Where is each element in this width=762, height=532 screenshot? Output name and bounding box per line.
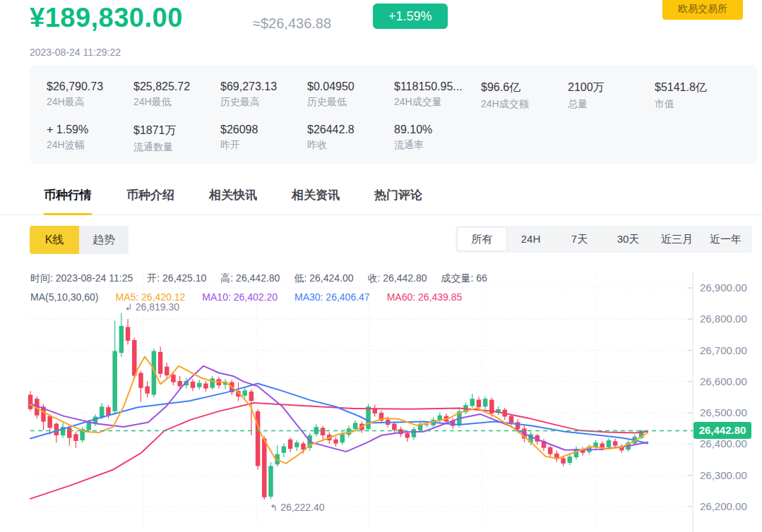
stat-label: 24H成交量 [394, 96, 481, 109]
stat-label: 历史最低 [307, 96, 394, 109]
y-tick-label: 26,700.00 [700, 344, 747, 356]
range-1[interactable]: 24H [506, 228, 555, 250]
stat-item: $25,825.72 24H最低 [133, 80, 220, 111]
quote-timestamp: 2023-08-24 11:29:22 [30, 47, 121, 58]
high-annotation: ↲26,819.30 [125, 301, 179, 313]
stat-value: $118150.95... [394, 80, 481, 93]
stat-value: + 1.59% [47, 123, 133, 136]
stat-item: + 1.59% 24H波幅 [47, 123, 133, 154]
stat-item: $0.04950 历史最低 [307, 80, 394, 111]
tab-2[interactable]: 相关快讯 [209, 178, 257, 215]
high-marker-icon: ↲ [125, 302, 133, 313]
stat-item: $26098 昨开 [220, 123, 307, 154]
stat-value: $0.04950 [307, 80, 394, 93]
stat-label: 市值 [655, 98, 742, 111]
view-btn-1[interactable]: 趋势 [79, 226, 129, 254]
stat-label: 总量 [568, 98, 655, 111]
stat-label: 昨开 [220, 139, 307, 152]
stat-item: $5141.8亿 市值 [655, 80, 742, 111]
range-3[interactable]: 30天 [604, 228, 653, 250]
time-range-selector: 所有24H7天30天近三月近一年 [456, 226, 752, 253]
stat-item: 2100万 总量 [568, 80, 655, 111]
stat-value: $25,825.72 [133, 80, 220, 93]
y-tick-label: 26,900.00 [700, 282, 747, 294]
stat-item: $1871万 流通数量 [133, 123, 220, 154]
stat-label: 流通数量 [133, 141, 220, 154]
stat-label: 历史最高 [220, 96, 307, 109]
stat-label: 24H最低 [133, 96, 220, 109]
stat-value: $1871万 [133, 123, 220, 138]
range-0[interactable]: 所有 [458, 228, 506, 250]
stat-value: $26098 [220, 123, 307, 136]
coin-quote-page: ¥189,830.00 ≈$26,436.88 +1.59% 欧易交易所 202… [0, 0, 762, 532]
stat-item: $26,790.73 24H最高 [47, 80, 133, 111]
stat-value: $96.6亿 [481, 80, 568, 95]
high-annotation-text: 26,819.30 [136, 301, 179, 313]
stat-value: $26,790.73 [47, 80, 133, 93]
tab-1[interactable]: 币种介绍 [126, 178, 174, 215]
view-btn-0[interactable]: K线 [30, 226, 79, 254]
stat-item: 89.10% 流通率 [394, 123, 481, 154]
y-tick-label: 26,800.00 [700, 313, 747, 325]
y-tick-label: 26,500.00 [700, 406, 747, 418]
tab-4[interactable]: 热门评论 [374, 178, 422, 215]
price-usd-approx: ≈$26,436.88 [253, 16, 331, 32]
range-5[interactable]: 近一年 [701, 228, 750, 250]
stats-row-1: $26,790.73 24H最高 $25,825.72 24H最低 $69,27… [47, 80, 757, 111]
y-tick-label: 26,400.00 [700, 437, 747, 449]
y-tick-label: 26,600.00 [700, 375, 747, 387]
stats-row-2: + 1.59% 24H波幅 $1871万 流通数量 $26098 昨开 $264… [47, 123, 757, 154]
stats-card: $26,790.73 24H最高 $25,825.72 24H最低 $69,27… [30, 65, 757, 164]
tab-3[interactable]: 相关资讯 [292, 178, 340, 215]
stat-value: 89.10% [394, 123, 481, 136]
range-2[interactable]: 7天 [555, 228, 604, 250]
exchange-button[interactable]: 欧易交易所 [662, 0, 743, 20]
stat-label: 24H最高 [47, 96, 133, 109]
stat-value: 2100万 [568, 80, 655, 95]
stat-label: 24H成交额 [481, 98, 568, 111]
stat-label: 24H波幅 [47, 139, 133, 152]
tab-0[interactable]: 币种行情 [44, 178, 92, 215]
price-cny: ¥189,830.00 [30, 3, 183, 33]
y-tick-label: 26,200.00 [700, 500, 747, 512]
stat-label: 昨收 [307, 139, 394, 152]
candlestick-chart-canvas[interactable] [0, 268, 762, 532]
stat-value: $26442.8 [307, 123, 394, 136]
y-tick-label: 26,300.00 [700, 469, 747, 481]
low-marker-icon: ↰ [270, 502, 278, 513]
change-percent-badge: +1.59% [373, 4, 448, 29]
low-annotation: ↰26,222.40 [270, 502, 324, 513]
low-annotation-text: 26,222.40 [280, 502, 324, 513]
stat-label: 流通率 [394, 139, 481, 152]
stat-value: $69,273.13 [220, 80, 307, 93]
stat-item: $96.6亿 24H成交额 [481, 80, 568, 111]
stat-item: $69,273.13 历史最高 [220, 80, 307, 111]
stat-item: $26442.8 昨收 [307, 123, 394, 154]
section-tabs: 币种行情币种介绍相关快讯相关资讯热门评论 [0, 178, 762, 215]
stat-item: $118150.95... 24H成交量 [394, 80, 481, 111]
stat-value: $5141.8亿 [655, 80, 742, 95]
range-4[interactable]: 近三月 [653, 228, 701, 250]
current-price-tag: 26,442.80 [693, 422, 751, 439]
chart-view-toggle: K线趋势 [30, 226, 129, 254]
